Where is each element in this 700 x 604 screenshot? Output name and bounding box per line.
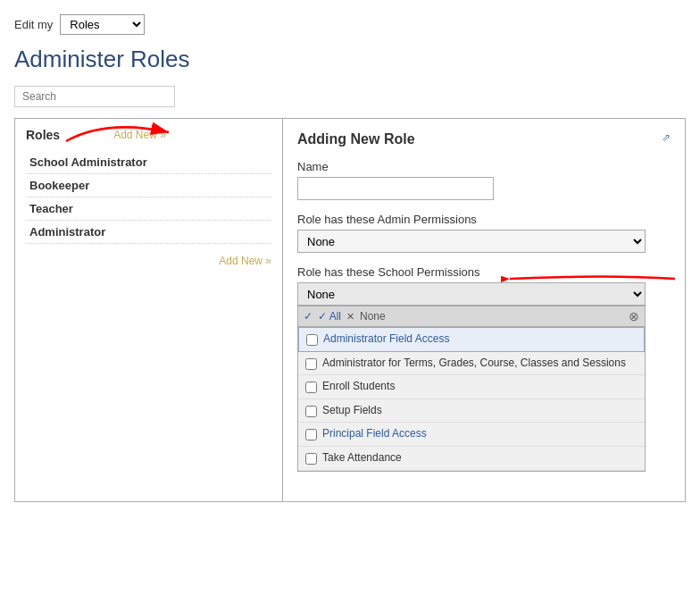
- adding-new-role-title: Adding New Role: [297, 131, 415, 147]
- item-text-setup-fields: Setup Fields: [322, 404, 382, 418]
- school-perm-label: Role has these School Permissions: [297, 265, 671, 279]
- checkbox-principal-field-access[interactable]: [305, 429, 317, 440]
- multiselect-list: Administrator Field Access Administrator…: [298, 327, 645, 471]
- name-form-group: Name: [297, 160, 671, 200]
- edit-my-label: Edit my: [14, 18, 53, 31]
- multiselect-item-principal-field-access[interactable]: Principal Field Access: [298, 423, 645, 447]
- add-new-top-link[interactable]: Add New »: [113, 129, 166, 141]
- multiselect-container: ✓ ✓ All ✕ None ⊗ Administrator Field Acc…: [297, 306, 646, 472]
- item-text-take-attendance: Take Attendance: [322, 451, 402, 466]
- tag-x-icon: ✕: [346, 311, 354, 323]
- checkbox-admin-field-access[interactable]: [306, 334, 318, 346]
- right-panel-header: Adding New Role ⇗: [297, 131, 671, 147]
- checkbox-enroll-students[interactable]: [305, 382, 317, 393]
- school-perm-select[interactable]: None: [297, 282, 646, 306]
- left-panel-header: Roles Add New »: [26, 128, 271, 142]
- school-perm-group: Role has these School Permissions None ✓…: [297, 265, 671, 472]
- name-label: Name: [297, 160, 671, 173]
- right-panel: Adding New Role ⇗ Name Role has these Ad…: [283, 119, 685, 501]
- roles-list: School Administrator Bookeeper Teacher A…: [26, 151, 271, 244]
- admin-perm-group: Role has these Admin Permissions None: [297, 213, 671, 253]
- admin-perm-select[interactable]: None: [297, 230, 646, 253]
- item-text-principal-field-access: Principal Field Access: [322, 427, 427, 441]
- name-input[interactable]: [297, 177, 494, 200]
- role-item-administrator[interactable]: Administrator: [26, 221, 271, 244]
- multiselect-clear-button[interactable]: ⊗: [629, 310, 639, 323]
- role-item-school-administrator[interactable]: School Administrator: [26, 151, 271, 174]
- multiselect-item-setup-fields[interactable]: Setup Fields: [298, 399, 645, 424]
- tag-all[interactable]: ✓ All: [318, 310, 341, 323]
- item-text-enroll-students: Enroll Students: [322, 380, 395, 394]
- role-item-teacher[interactable]: Teacher: [26, 197, 271, 221]
- tag-none[interactable]: None: [360, 310, 386, 323]
- add-new-bottom-link[interactable]: Add New »: [26, 255, 271, 267]
- edit-my-select[interactable]: Roles Users Classes: [60, 14, 145, 35]
- left-panel: Roles Add New » School Administrator Boo…: [15, 119, 283, 501]
- multiselect-item-take-attendance[interactable]: Take Attendance: [298, 447, 645, 471]
- roles-panel-title: Roles: [26, 128, 60, 142]
- item-text-admin-terms: Administrator for Terms, Grades, Course,…: [322, 357, 626, 371]
- multiselect-item-admin-terms[interactable]: Administrator for Terms, Grades, Course,…: [298, 352, 645, 376]
- multiselect-item-enroll-students[interactable]: Enroll Students: [298, 375, 645, 399]
- checkbox-setup-fields[interactable]: [305, 406, 317, 417]
- admin-perm-label: Role has these Admin Permissions: [297, 213, 671, 226]
- multiselect-item-admin-field-access[interactable]: Administrator Field Access: [298, 327, 645, 352]
- checkmark-icon: ✓: [304, 310, 312, 323]
- multiselect-header: ✓ ✓ All ✕ None ⊗: [298, 306, 645, 327]
- checkbox-take-attendance[interactable]: [305, 453, 317, 465]
- role-item-bookeeper[interactable]: Bookeeper: [26, 174, 271, 197]
- top-bar: Edit my Roles Users Classes: [14, 14, 686, 35]
- main-panel: Roles Add New » School Administrator Boo…: [14, 118, 686, 502]
- search-input[interactable]: [14, 86, 175, 107]
- checkbox-admin-terms[interactable]: [305, 358, 317, 370]
- page-title: Administer Roles: [14, 46, 686, 73]
- item-text-admin-field-access: Administrator Field Access: [323, 332, 449, 347]
- expand-icon[interactable]: ⇗: [662, 131, 671, 144]
